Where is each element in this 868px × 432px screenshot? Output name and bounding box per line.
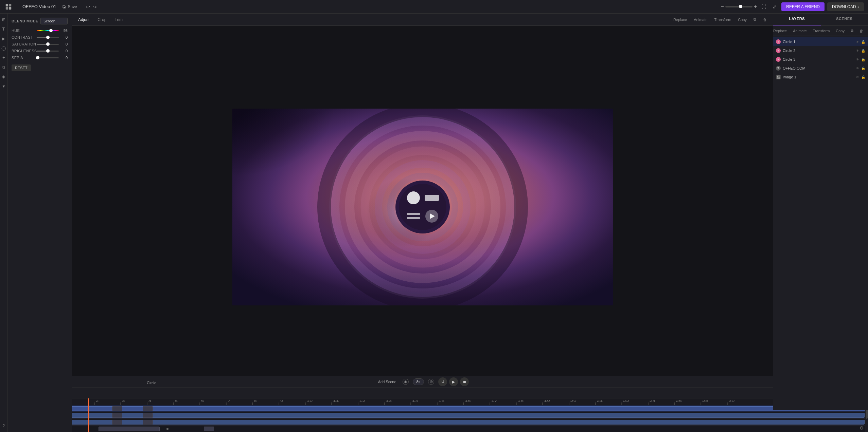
download-button[interactable]: DOWNLOAD ↓ <box>827 2 864 11</box>
layer-item-circle3[interactable]: ● Circle 3 👁 🔒 <box>773 55 868 64</box>
replace-button[interactable]: Replace <box>671 17 689 22</box>
track-block-circle2-b[interactable] <box>112 413 122 418</box>
sidebar-brand-icon[interactable]: ◈ <box>0 73 7 80</box>
track-block-offeo[interactable] <box>99 427 160 431</box>
tab-crop[interactable]: Crop <box>95 17 108 23</box>
brightness-row: BRIGHTNESS 0 <box>12 49 68 53</box>
svg-text:14: 14 <box>412 399 418 402</box>
track-block-circle3-c[interactable] <box>143 420 153 425</box>
contrast-slider[interactable] <box>37 37 59 38</box>
layer-eye-circle2[interactable]: 👁 <box>856 49 859 53</box>
hue-label: HUE <box>12 29 35 33</box>
tab-trim[interactable]: Trim <box>112 17 125 23</box>
sepia-slider[interactable] <box>37 57 59 58</box>
layer-transform-btn[interactable]: Transform <box>811 28 832 34</box>
layers-tab[interactable]: LAYERS <box>773 14 821 25</box>
layer-lock-circle1[interactable]: 🔒 <box>861 40 865 44</box>
transform-button[interactable]: Transform <box>712 17 733 22</box>
timeline-settings-icon[interactable]: ⚙ <box>860 425 864 431</box>
blend-mode-select[interactable]: Screen Normal Multiply Overlay <box>40 18 68 24</box>
track-block-circle3-b[interactable] <box>112 420 122 425</box>
track-block-circle3[interactable] <box>71 420 865 425</box>
reset-playback-button[interactable]: ↺ <box>438 377 447 386</box>
sidebar-home-icon[interactable]: ⊞ <box>0 16 7 23</box>
svg-text:10: 10 <box>306 399 313 402</box>
layer-eye-circle3[interactable]: 👁 <box>856 58 859 61</box>
sidebar-help-icon[interactable]: ? <box>0 422 7 429</box>
svg-text:6: 6 <box>201 399 204 402</box>
track-row-circle2[interactable]: 2 ● Circle 2 + ▾ <box>0 412 868 419</box>
blend-mode-label: BLEND MODE <box>12 19 38 23</box>
track-block-circle1-b[interactable] <box>112 406 122 411</box>
layer-replace-btn[interactable]: Replace <box>771 28 789 34</box>
layer-item-offeo[interactable]: T OFFEO.COM 👁 🔒 <box>773 64 868 73</box>
undo-button[interactable]: ↩ <box>86 4 90 10</box>
zoom-out-icon[interactable]: − <box>721 4 724 10</box>
layer-lock-image1[interactable]: 🔒 <box>861 75 865 79</box>
track-row-circle1[interactable]: 1 ● Circle 1 + ▾ <box>0 405 868 412</box>
layer-item-circle2[interactable]: ● Circle 2 👁 🔒 <box>773 46 868 55</box>
saturation-slider[interactable] <box>37 44 59 45</box>
track-block-circle2[interactable] <box>71 413 865 418</box>
track-block-circle1[interactable] <box>71 406 865 411</box>
add-duration-icon[interactable]: ⊕ <box>428 379 434 385</box>
copy-icon-btn[interactable]: ⧉ <box>751 17 758 22</box>
right-panel-header: LAYERS SCENES <box>773 14 868 26</box>
sidebar-shapes-icon[interactable]: ◯ <box>0 45 7 52</box>
brightness-slider[interactable] <box>37 51 59 52</box>
sidebar-media-icon[interactable]: ▶ <box>0 35 7 42</box>
layer-lock-offeo[interactable]: 🔒 <box>861 67 865 70</box>
track-row-offeo[interactable]: 4 T OFFEO.COM <box>0 426 868 432</box>
layer-del-btn[interactable]: 🗑 <box>857 28 865 34</box>
track-block-offeo-b[interactable] <box>204 427 214 431</box>
add-scene-button[interactable]: Add Scene <box>376 378 398 385</box>
layer-vis-circle3: ● <box>776 57 781 62</box>
redo-button[interactable]: ↪ <box>93 4 97 10</box>
layer-item-image1[interactable]: Image 1 👁 🔒 <box>773 73 868 81</box>
svg-text:8: 8 <box>254 399 257 402</box>
track-block-circle1-c[interactable] <box>143 406 153 411</box>
brightness-value: 0 <box>61 49 68 53</box>
hue-slider[interactable] <box>37 30 59 31</box>
expand-button[interactable]: ⛶ <box>760 3 768 11</box>
copy-button[interactable]: Copy <box>736 17 749 22</box>
sidebar-effects-icon[interactable]: ✦ <box>0 54 7 61</box>
logo-circle-element <box>407 191 420 204</box>
layer-animate-btn[interactable]: Animate <box>791 28 809 34</box>
saturation-label: SATURATION <box>12 42 35 46</box>
fullscreen-button[interactable]: ⤢ <box>770 3 779 11</box>
sidebar-favorites-icon[interactable]: ♥ <box>0 83 7 90</box>
timeline-ruler: // Inline ruler marks 1 2 3 4 5 6 7 8 9 … <box>68 398 865 405</box>
refer-friend-button[interactable]: REFER A FRIEND <box>781 2 825 11</box>
track-row-circle3[interactable]: 3 ● Circle 3 + ▾ <box>0 419 868 426</box>
animate-button[interactable]: Animate <box>692 17 709 22</box>
layer-label-circle3: Circle 3 <box>783 57 854 61</box>
scenes-tab[interactable]: SCENES <box>821 14 868 25</box>
svg-text:3: 3 <box>122 399 125 402</box>
track-block-circle2-c[interactable] <box>143 413 153 418</box>
tab-adjust[interactable]: Adjust <box>76 17 91 23</box>
layer-eye-offeo[interactable]: 👁 <box>856 67 859 70</box>
add-duration-btn[interactable]: ⊕ <box>428 379 434 385</box>
brightness-label: BRIGHTNESS <box>12 49 35 53</box>
layer-copy2-btn[interactable]: ⧉ <box>849 28 855 34</box>
layer-lock-circle3[interactable]: 🔒 <box>861 58 865 61</box>
save-button[interactable]: Save <box>62 4 77 9</box>
reset-button[interactable]: RESET <box>12 64 31 71</box>
svg-text:20: 20 <box>570 399 577 402</box>
sepia-row: SEPIA 0 <box>12 56 68 60</box>
layer-eye-circle1[interactable]: 👁 <box>856 40 859 44</box>
layer-eye-image1[interactable]: 👁 <box>856 75 859 79</box>
layer-copy-btn[interactable]: Copy <box>834 28 847 34</box>
play-button[interactable]: ▶ <box>449 377 458 386</box>
sidebar-text-icon[interactable]: T <box>0 26 7 33</box>
layer-label-offeo: OFFEO.COM <box>783 66 854 70</box>
sidebar-scenes-icon[interactable]: ⧉ <box>0 64 7 71</box>
layer-item-circle1[interactable]: ● Circle 1 👁 🔒 <box>773 37 868 46</box>
stop-button[interactable]: ⏹ <box>460 377 469 386</box>
delete-icon-btn[interactable]: 🗑 <box>761 17 769 22</box>
layer-lock-circle2[interactable]: 🔒 <box>861 49 865 53</box>
zoom-in-icon[interactable]: + <box>754 4 757 10</box>
zoom-slider[interactable] <box>725 6 752 7</box>
canvas-toolbar: Adjust Crop Trim Replace Animate Transfo… <box>72 14 773 26</box>
